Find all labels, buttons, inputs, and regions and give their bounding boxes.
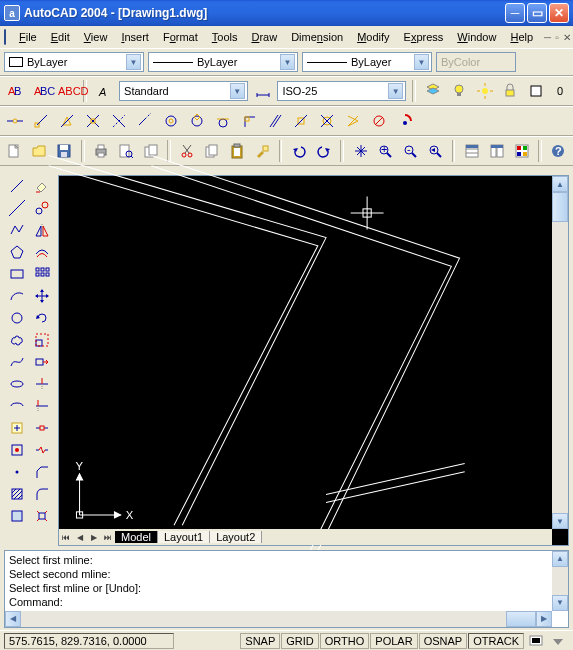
linetype-combo[interactable]: ByLayer ▼: [148, 52, 298, 72]
polar-toggle[interactable]: POLAR: [370, 633, 417, 649]
menu-insert[interactable]: Insert: [114, 29, 156, 45]
tab-last-icon[interactable]: ⏭: [101, 530, 115, 544]
circle-icon[interactable]: [4, 307, 29, 329]
extend-icon[interactable]: [29, 395, 54, 417]
tab-layout2[interactable]: Layout2: [210, 531, 262, 543]
menu-express[interactable]: Express: [397, 29, 451, 45]
snap-quadrant-icon[interactable]: [186, 110, 208, 132]
menu-window[interactable]: Window: [450, 29, 503, 45]
snap-extension-icon[interactable]: [134, 110, 156, 132]
tool-palettes-icon[interactable]: [511, 140, 532, 162]
scroll-right-icon[interactable]: ▶: [536, 611, 552, 627]
scroll-left-icon[interactable]: ◀: [5, 611, 21, 627]
command-prompt[interactable]: Command:: [9, 595, 564, 609]
xline-icon[interactable]: [4, 197, 29, 219]
scroll-thumb[interactable]: [506, 611, 536, 627]
scroll-up-icon[interactable]: ▲: [552, 551, 568, 567]
command-window[interactable]: Select first mline: Select second mline:…: [4, 550, 569, 628]
mdi-minimize-button[interactable]: ─: [544, 30, 551, 44]
properties-icon[interactable]: [461, 140, 482, 162]
color-combo[interactable]: ByLayer ▼: [4, 52, 144, 72]
new-icon[interactable]: [4, 140, 25, 162]
mdi-close-button[interactable]: ✕: [563, 30, 571, 44]
ortho-toggle[interactable]: ORTHO: [320, 633, 370, 649]
make-block-icon[interactable]: [4, 439, 29, 461]
point-icon[interactable]: [4, 461, 29, 483]
snap-perpendicular-icon[interactable]: [238, 110, 260, 132]
vertical-scrollbar[interactable]: ▲ ▼: [552, 176, 568, 529]
scroll-thumb[interactable]: [552, 192, 568, 222]
otrack-toggle[interactable]: OTRACK: [468, 633, 524, 649]
scroll-up-icon[interactable]: ▲: [552, 176, 568, 192]
model-paper-icon[interactable]: [525, 630, 547, 651]
mdi-restore-button[interactable]: ▫: [555, 30, 559, 44]
text-style-a-icon[interactable]: AB: [4, 80, 26, 102]
matchprop-icon[interactable]: [252, 140, 273, 162]
tab-model[interactable]: Model: [115, 531, 158, 543]
dimstyle-combo[interactable]: ISO-25 ▼: [277, 81, 406, 101]
bulb-icon[interactable]: [448, 80, 470, 102]
zoom-window-icon[interactable]: -: [400, 140, 421, 162]
grid-toggle[interactable]: GRID: [281, 633, 319, 649]
tab-layout1[interactable]: Layout1: [158, 531, 210, 543]
region-icon[interactable]: [4, 505, 29, 527]
break-icon[interactable]: [29, 439, 54, 461]
hatch-icon[interactable]: [4, 483, 29, 505]
dimstyle-icon[interactable]: [252, 80, 274, 102]
rectangle-icon[interactable]: [4, 263, 29, 285]
arc-icon[interactable]: [4, 285, 29, 307]
coordinates-display[interactable]: 575.7615, 829.7316, 0.0000: [4, 633, 174, 649]
drawing-canvas[interactable]: X Y: [59, 176, 552, 535]
menu-format[interactable]: Format: [156, 29, 205, 45]
zoom-previous-icon[interactable]: [425, 140, 446, 162]
menu-tools[interactable]: Tools: [205, 29, 245, 45]
redo-icon[interactable]: [313, 140, 334, 162]
status-tray-icon[interactable]: [547, 630, 569, 651]
line-icon[interactable]: [4, 175, 29, 197]
polyline-icon[interactable]: [4, 219, 29, 241]
save-icon[interactable]: [54, 140, 75, 162]
lock-icon[interactable]: [499, 80, 521, 102]
erase-icon[interactable]: [29, 175, 54, 197]
layer-color-icon[interactable]: [525, 80, 547, 102]
break-at-icon[interactable]: [29, 417, 54, 439]
snap-settings-icon[interactable]: [394, 110, 416, 132]
snap-insert-icon[interactable]: [290, 110, 312, 132]
move-icon[interactable]: [29, 285, 54, 307]
zoom-realtime-icon[interactable]: +: [375, 140, 396, 162]
lineweight-combo[interactable]: ByLayer ▼: [302, 52, 432, 72]
undo-icon[interactable]: [288, 140, 309, 162]
snap-apparent-icon[interactable]: [108, 110, 130, 132]
pan-icon[interactable]: [350, 140, 371, 162]
osnap-toggle[interactable]: OSNAP: [419, 633, 468, 649]
trim-icon[interactable]: [29, 373, 54, 395]
rotate-icon[interactable]: [29, 307, 54, 329]
revcloud-icon[interactable]: [4, 329, 29, 351]
menu-modify[interactable]: Modify: [350, 29, 396, 45]
copy-icon[interactable]: [202, 140, 223, 162]
sun-icon[interactable]: [474, 80, 496, 102]
snap-nearest-icon[interactable]: [342, 110, 364, 132]
snap-center-icon[interactable]: [160, 110, 182, 132]
tab-prev-icon[interactable]: ◀: [73, 530, 87, 544]
polygon-icon[interactable]: [4, 241, 29, 263]
drawing-area[interactable]: X Y ▲ ▼ ⏮ ◀ ▶ ⏭ Model Layout1 Layout2: [58, 175, 569, 546]
menu-edit[interactable]: Edit: [44, 29, 77, 45]
print-preview-icon[interactable]: [115, 140, 136, 162]
scroll-down-icon[interactable]: ▼: [552, 595, 568, 611]
insert-block-icon[interactable]: [4, 417, 29, 439]
help-icon[interactable]: ?: [548, 140, 569, 162]
snap-node-icon[interactable]: [316, 110, 338, 132]
mdi-app-icon[interactable]: [4, 29, 6, 45]
snap-endpoint-icon[interactable]: [30, 110, 52, 132]
text-style-b-icon[interactable]: ABC: [30, 80, 52, 102]
open-icon[interactable]: [29, 140, 50, 162]
tab-first-icon[interactable]: ⏮: [59, 530, 73, 544]
fillet-icon[interactable]: [29, 483, 54, 505]
cmd-vertical-scrollbar[interactable]: ▲ ▼: [552, 551, 568, 611]
chamfer-icon[interactable]: [29, 461, 54, 483]
array-icon[interactable]: [29, 263, 54, 285]
ellipse-arc-icon[interactable]: [4, 395, 29, 417]
cmd-horizontal-scrollbar[interactable]: ◀ ▶: [5, 611, 552, 627]
offset-icon[interactable]: [29, 241, 54, 263]
